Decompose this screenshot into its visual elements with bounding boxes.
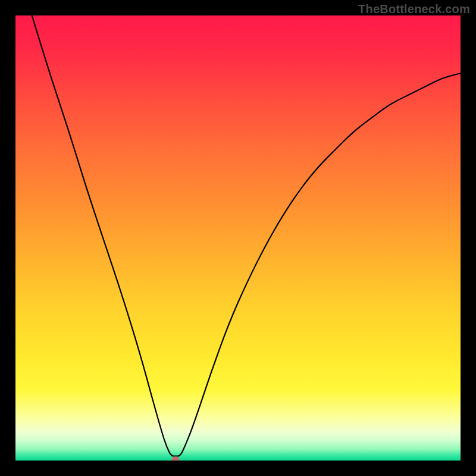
plot-area xyxy=(15,15,461,461)
chart-container: TheBottleneck.com xyxy=(0,0,476,476)
watermark-text: TheBottleneck.com xyxy=(358,2,470,16)
optimum-marker xyxy=(171,456,180,461)
bottleneck-curve xyxy=(15,15,461,461)
